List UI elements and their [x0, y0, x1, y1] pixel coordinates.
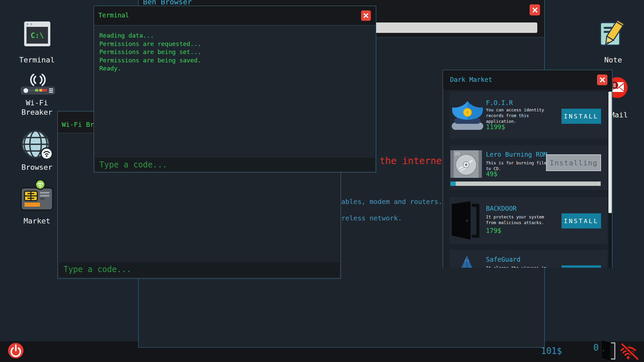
icon-label-market: Market: [10, 217, 64, 225]
terminal-titlebar: [94, 6, 376, 25]
market-item-foir: F.O.I.R You can access identityrecords f…: [450, 92, 607, 139]
terminal-code-input[interactable]: Type a code...: [95, 158, 375, 171]
installing-button-lero: Installing: [546, 154, 601, 171]
door-counter: 0: [593, 342, 599, 353]
install-button-safeguard[interactable]: INSTALL: [561, 265, 601, 268]
item-name: SafeGuard: [486, 256, 521, 263]
terminal-window-title: Terminal: [98, 11, 129, 19]
close-icon: [600, 77, 605, 83]
wifi-breaker-input-placeholder: Type a code...: [63, 265, 131, 274]
terminal-line: Permissions are being saved.: [99, 56, 201, 65]
terminal-close-button[interactable]: [361, 10, 371, 21]
backdoor-icon: [449, 201, 481, 240]
item-price: 1199$: [486, 123, 505, 131]
terminal-window: Terminal Reading data... Permissions are…: [94, 6, 376, 172]
market-item-backdoor: BACKDOOR It protects your systemfrom mal…: [450, 197, 607, 244]
item-desc: It protects your systemfrom malicious at…: [486, 214, 544, 225]
icon-label-browser: Browser: [10, 163, 64, 171]
icon-label-mail: Mail: [610, 111, 637, 119]
open-door-icon[interactable]: [600, 340, 616, 361]
market-item-safeguard: SafeGuard It cleans the viruses in INSTA…: [450, 250, 607, 268]
browser-error-line-1: ables, modem and routers.: [341, 198, 442, 206]
icon-label-terminal: Terminal: [10, 56, 64, 64]
card-wifi-icon: [19, 180, 54, 212]
power-button[interactable]: [8, 343, 23, 358]
terminal-line: Permissions are being set...: [99, 48, 201, 56]
dark-market-list: F.O.I.R You can access identityrecords f…: [443, 90, 612, 268]
dark-market-window-title: Dark Market: [450, 76, 492, 83]
wifi-off-icon[interactable]: [620, 343, 640, 360]
dark-market-close-button[interactable]: [597, 74, 607, 85]
browser-error-line-2: reless network.: [341, 214, 402, 222]
icon-label-wifi-breaker-1: Wi-Fi: [10, 99, 64, 107]
police-cap-icon: [450, 99, 485, 132]
install-progress-bar: [450, 182, 601, 186]
market-scrollbar[interactable]: [608, 90, 612, 267]
icon-label-note: Note: [586, 56, 640, 64]
install-button-backdoor[interactable]: INSTALL: [561, 213, 601, 228]
terminal-line: Permissions are requested...: [99, 40, 201, 48]
shield-jet-icon: [454, 256, 479, 268]
notepad-pencil-icon: [599, 20, 628, 48]
terminal-window-icon: C:\: [24, 21, 51, 47]
power-icon: [8, 343, 23, 358]
icon-label-wifi-breaker-2: Breaker: [10, 108, 64, 116]
item-price: 49$: [486, 170, 497, 177]
mail-badge: 8: [613, 82, 616, 89]
browser-error-heading: the interne: [380, 155, 442, 166]
item-name: F.O.I.R: [486, 99, 513, 106]
dark-market-window: Dark Market F.O.I.R You can access ident…: [443, 70, 612, 268]
close-icon: [532, 7, 538, 13]
item-desc: It cleans the viruses in: [486, 265, 547, 268]
terminal-line: Reading data...: [99, 32, 201, 40]
item-name: BACKDOOR: [486, 205, 517, 212]
market-item-lero: Lero Burning ROM This is for burning fil…: [450, 145, 607, 190]
terminal-output: Reading data... Permissions are requeste…: [99, 32, 201, 73]
market-scrollbar-thumb[interactable]: [608, 92, 612, 213]
install-progress-fill: [450, 182, 456, 186]
svg-text:C:\: C:\: [31, 31, 44, 40]
close-icon: [363, 13, 368, 18]
item-price: 179$: [486, 227, 501, 234]
router-waves-icon: [20, 70, 56, 95]
cd-rom-icon: [450, 150, 482, 178]
browser-close-button[interactable]: [530, 4, 540, 15]
item-name: Lero Burning ROM: [486, 151, 547, 158]
item-desc: This is for burning filesto CD.: [486, 160, 549, 171]
item-desc: You can access identityrecords from this…: [486, 107, 544, 124]
install-button-foir[interactable]: INSTALL: [561, 109, 601, 124]
browser-window-title: Ben Browser: [143, 0, 192, 6]
globe-wifi-icon: [20, 130, 54, 160]
terminal-input-placeholder: Type a code...: [99, 160, 167, 169]
terminal-line: Ready.: [99, 64, 201, 73]
wifi-breaker-code-input[interactable]: Type a code...: [59, 262, 339, 277]
